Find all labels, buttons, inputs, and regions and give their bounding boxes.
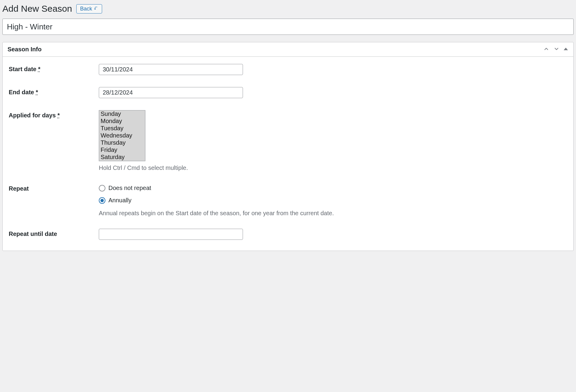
applied-days-option[interactable]: Friday xyxy=(99,146,145,154)
page-title: Add New Season xyxy=(2,4,72,14)
applied-days-option[interactable]: Sunday xyxy=(99,110,145,118)
required-marker: * xyxy=(57,112,60,119)
applied-days-option[interactable]: Tuesday xyxy=(99,125,145,132)
chevron-up-icon xyxy=(543,46,549,53)
repeat-none-option[interactable]: Does not repeat xyxy=(99,185,567,191)
panel-move-up-button[interactable] xyxy=(543,45,550,53)
applied-days-option[interactable]: Monday xyxy=(99,118,145,125)
repeat-until-input[interactable] xyxy=(99,229,243,240)
chevron-down-icon xyxy=(553,46,559,53)
applied-days-option[interactable]: Wednesday xyxy=(99,132,145,139)
triangle-up-icon xyxy=(564,47,568,52)
end-date-label-text: End date xyxy=(9,89,34,95)
repeat-none-radio[interactable] xyxy=(99,185,105,191)
season-info-panel: Season Info Start date * xyxy=(2,42,574,251)
applied-days-label-text: Applied for days xyxy=(9,112,56,119)
end-date-label: End date * xyxy=(9,87,99,96)
repeat-annual-option[interactable]: Annually xyxy=(99,197,567,204)
start-date-label-text: Start date xyxy=(9,66,36,72)
start-date-label: Start date * xyxy=(9,64,99,73)
applied-days-option[interactable]: Thursday xyxy=(99,139,145,146)
back-button[interactable]: Back xyxy=(76,4,102,14)
required-marker: * xyxy=(36,89,38,95)
repeat-annual-radio[interactable] xyxy=(99,197,105,204)
required-marker: * xyxy=(38,66,41,72)
repeat-until-label: Repeat until date xyxy=(9,229,99,237)
panel-toggle-button[interactable] xyxy=(563,46,568,53)
start-date-input[interactable] xyxy=(99,64,243,75)
applied-days-select[interactable]: SundayMondayTuesdayWednesdayThursdayFrid… xyxy=(99,110,145,161)
svg-marker-0 xyxy=(564,48,568,50)
repeat-annual-label: Annually xyxy=(108,197,132,204)
season-title-input[interactable] xyxy=(2,19,574,35)
repeat-help: Annual repeats begin on the Start date o… xyxy=(99,210,567,217)
panel-title: Season Info xyxy=(8,46,41,53)
applied-days-option[interactable]: Saturday xyxy=(99,154,145,161)
applied-days-label: Applied for days * xyxy=(9,110,99,119)
repeat-none-label: Does not repeat xyxy=(108,185,151,191)
back-arrow-icon xyxy=(94,6,98,12)
applied-days-help: Hold Ctrl / Cmd to select multiple. xyxy=(99,164,567,171)
repeat-label: Repeat xyxy=(9,183,99,192)
panel-move-down-button[interactable] xyxy=(553,45,560,53)
back-button-label: Back xyxy=(80,6,92,12)
end-date-input[interactable] xyxy=(99,87,243,98)
